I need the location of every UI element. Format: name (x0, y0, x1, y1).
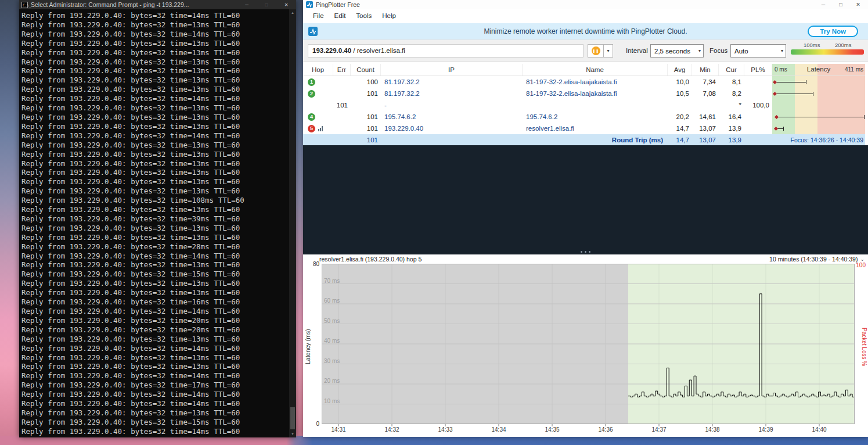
pause-dropdown-button[interactable]: ▾ (604, 44, 613, 58)
cmd-scrollbar[interactable]: ▲ ▼ (289, 9, 296, 437)
hop-row-2[interactable]: 210181.197.32.281-197-32-2.elisa-laajaka… (303, 88, 865, 99)
latency-marker-cell (772, 123, 865, 134)
latency-marker-cell (772, 88, 865, 99)
cell-ip: 81.197.32.2 (381, 90, 523, 97)
scroll-up-icon[interactable]: ▲ (289, 9, 296, 16)
hop-row-3[interactable]: 101-*100,0 (303, 99, 865, 111)
time-tick-label: 14:40 (809, 426, 829, 433)
column-header-avg[interactable]: Avg (668, 64, 692, 76)
cell-pl: 100,0 (744, 102, 772, 109)
y-axis-title: Latency (ms) (304, 303, 312, 390)
pp-minimize-button[interactable]: ─ (815, 0, 832, 9)
latency-max-tick (864, 115, 865, 119)
timeline-range-select[interactable]: 10 minutes (14:30:39 - 14:40:39) ⌄ (769, 256, 865, 263)
cmd-minimize-button[interactable]: ─ (237, 0, 257, 9)
cloud-banner: Minimize remote worker internet downtime… (303, 23, 868, 40)
pingplotter-cloud-icon (308, 27, 318, 36)
menu-file[interactable]: File (308, 10, 329, 21)
pingplotter-titlebar[interactable]: PingPlotter Free ─ □ ✕ (303, 0, 868, 9)
column-header-ip[interactable]: IP (381, 64, 523, 76)
hop-row-5[interactable]: 5101193.229.0.40resolver1.elisa.fi14,713… (303, 123, 865, 134)
cmd-output-line: Reply from 193.229.0.40: bytes=32 time=1… (21, 30, 289, 39)
column-header-hop[interactable]: Hop (303, 64, 333, 76)
column-header-count[interactable]: Count (351, 64, 381, 76)
hop-row-4[interactable]: 4101195.74.6.2195.74.6.220,214,6116,4 (303, 111, 865, 123)
column-header-cur[interactable]: Cur (719, 64, 744, 76)
cell-min: 14,61 (692, 113, 719, 120)
cmd-titlebar[interactable]: C:\_ Select Administrator: Command Promp… (19, 0, 296, 9)
cmd-output-line: Reply from 193.229.0.40: bytes=32 time=1… (21, 335, 289, 344)
column-header-min[interactable]: Min (692, 64, 719, 76)
cell-err: 101 (333, 102, 351, 109)
pp-close-button[interactable]: ✕ (849, 0, 867, 9)
legend-100ms-label: 100ms (804, 42, 820, 48)
timeline-graph[interactable]: 70 ms60 ms50 ms40 ms30 ms20 ms10 ms (322, 264, 855, 427)
column-header-latency[interactable]: 0 msLatency411 ms (772, 64, 865, 76)
y-axis-max-label: 80 (307, 261, 319, 267)
try-now-button[interactable]: Try Now (808, 26, 858, 37)
pingplotter-logo-icon (306, 1, 313, 8)
splitter-handle[interactable] (303, 249, 868, 254)
svg-text:10 ms: 10 ms (324, 398, 340, 404)
menu-edit[interactable]: Edit (329, 10, 351, 21)
empty-grid-area (303, 145, 868, 249)
pause-button[interactable]: ❚❚ (588, 44, 604, 58)
column-header-err[interactable]: Err (333, 64, 351, 76)
timeline-range-label: 10 minutes (14:30:39 - 14:40:39) (769, 256, 858, 263)
cell-cur: 13,9 (719, 125, 744, 132)
packet-loss-axis-title: Packet Loss % (860, 303, 867, 390)
cell-avg: 20,2 (668, 113, 692, 120)
cmd-maximize-button[interactable]: □ (257, 0, 276, 9)
latency-scale-max: 411 ms (845, 66, 863, 73)
scroll-down-icon[interactable]: ▼ (289, 430, 296, 437)
cmd-output-line: Reply from 193.229.0.40: bytes=32 time=2… (21, 242, 289, 252)
menu-tools[interactable]: Tools (351, 10, 377, 21)
cmd-output-line: Reply from 193.229.0.40: bytes=32 time=1… (21, 168, 289, 177)
svg-text:20 ms: 20 ms (324, 378, 340, 384)
cmd-output-line: Reply from 193.229.0.40: bytes=32 time=1… (21, 427, 289, 436)
cell-avg: 10,5 (668, 90, 692, 97)
latency-max-tick (783, 127, 784, 131)
cmd-output-line: Reply from 193.229.0.40: bytes=32 time=1… (21, 252, 289, 261)
cmd-output-line: Reply from 193.229.0.40: bytes=32 time=1… (21, 196, 289, 205)
cmd-scrollbar-thumb[interactable] (290, 407, 295, 429)
timeline-title: resolver1.elisa.fi (193.229.0.40) hop 5 (319, 256, 422, 263)
cell-cur: 16,4 (719, 113, 744, 120)
hop-badge: 5 (308, 125, 315, 132)
time-tick-label: 14:31 (329, 426, 348, 433)
cmd-output-line: Reply from 193.229.0.40: bytes=32 time=1… (21, 66, 289, 76)
time-tick-label: 14:34 (489, 426, 509, 433)
target-input[interactable]: 193.229.0.40 / resolver1.elisa.fi (308, 44, 584, 58)
cmd-output-line: Reply from 193.229.0.40: bytes=32 time=2… (21, 325, 289, 335)
hop-row-1[interactable]: 110081.197.32.281-197-32-2.elisa-laajaka… (303, 76, 865, 88)
column-header-name[interactable]: Name (523, 64, 668, 76)
cmd-output-line: Reply from 193.229.0.40: bytes=32 time=1… (21, 76, 289, 85)
cell-min: 13,07 (692, 125, 719, 132)
cmd-output-line: Reply from 193.229.0.40: bytes=32 time=1… (21, 58, 289, 67)
latency-header-title: Latency (807, 66, 830, 73)
interval-select[interactable]: 2,5 seconds ▾ (650, 44, 704, 58)
packet-loss-max-label: 100 (856, 262, 866, 268)
cell-avg: 10,0 (668, 78, 692, 85)
cmd-output-line: Reply from 193.229.0.40: bytes=32 time=1… (21, 39, 289, 48)
cmd-close-button[interactable]: ✕ (276, 0, 296, 9)
pp-maximize-button[interactable]: □ (832, 0, 849, 9)
cmd-output-line: Reply from 193.229.0.40: bytes=32 time=1… (21, 297, 289, 307)
cmd-output-line: Reply from 193.229.0.40: bytes=32 time=1… (21, 344, 289, 353)
time-axis: 14:3114:3214:3314:3414:3514:3614:3714:38… (322, 425, 855, 435)
current-latency-marker (775, 115, 779, 119)
interval-value: 2,5 seconds (654, 48, 690, 55)
cmd-output-line: Reply from 193.229.0.40: bytes=32 time=1… (21, 85, 289, 94)
column-header-pl[interactable]: PL% (744, 64, 772, 76)
svg-text:50 ms: 50 ms (324, 318, 340, 324)
time-tick-label: 14:32 (382, 426, 402, 433)
cmd-output-line: Reply from 193.229.0.40: bytes=32 time=1… (21, 279, 289, 288)
cell-avg: 14,7 (668, 125, 692, 132)
focus-select[interactable]: Auto ▾ (730, 44, 786, 58)
cmd-output-line: Reply from 193.229.0.40: bytes=32 time=1… (21, 399, 289, 408)
y-axis-min-label: 0 (307, 421, 319, 427)
menu-help[interactable]: Help (377, 10, 401, 21)
latency-legend: 100ms 200ms (791, 42, 864, 55)
cell-min: 7,34 (692, 78, 719, 85)
cmd-output-line: Reply from 193.229.0.40: bytes=32 time=1… (21, 141, 289, 150)
